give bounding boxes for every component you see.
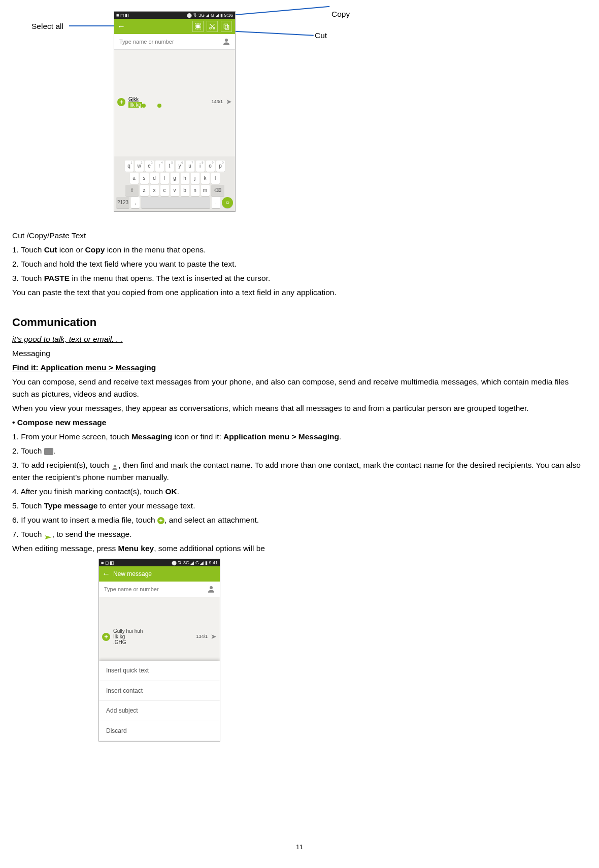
kbd-space[interactable] bbox=[141, 197, 210, 208]
add-contact-icon[interactable] bbox=[222, 37, 231, 46]
recipient-field-row bbox=[99, 582, 220, 597]
kbd-emoji[interactable]: ☺ bbox=[222, 197, 233, 208]
compose-step-1: 1. From your Home screen, touch Messagin… bbox=[12, 431, 587, 443]
message-input[interactable]: Gully hui huh Ilk kg .GHG bbox=[113, 628, 193, 645]
kbd-shift[interactable]: ⇧ bbox=[125, 185, 139, 196]
text: 2. Touch bbox=[12, 446, 44, 455]
status-right: ⬤ ⇅ 3G ◢ G ◢ ▮ 9:36 bbox=[187, 12, 233, 19]
send-icon[interactable]: ➤ bbox=[211, 631, 217, 642]
communication-tagline: it’s good to talk, text or email. . . bbox=[12, 333, 587, 345]
compose-step-7: 7. Touch , to send the message. bbox=[12, 528, 587, 540]
kbd-key[interactable]: a bbox=[130, 173, 139, 184]
svg-rect-5 bbox=[225, 25, 229, 29]
keyboard: q1w2e3r4t5y6u7i8o9p0 asdfghjkl ⇧zxcvbnm⌫… bbox=[114, 156, 235, 211]
back-icon[interactable]: ← bbox=[117, 20, 125, 33]
kbd-key[interactable]: n bbox=[191, 185, 199, 196]
kbd-key[interactable]: u7 bbox=[186, 160, 194, 172]
cut-copy-paste-title: Cut /Copy/Paste Text bbox=[12, 230, 587, 242]
text: . bbox=[339, 432, 341, 441]
status-bar: ■ ◻ ◧ ⬤ ⇅ 3G ◢ G ◢ ▮ 9:36 bbox=[114, 12, 235, 19]
kbd-backspace[interactable]: ⌫ bbox=[211, 185, 224, 196]
kbd-key[interactable]: x bbox=[150, 185, 159, 196]
status-left: ■ ◻ ◧ bbox=[101, 559, 114, 566]
kbd-comma[interactable]: , bbox=[131, 197, 140, 208]
text: 5. Touch bbox=[12, 501, 44, 510]
status-right: ⬤ ⇅ 3G ◢ G ◢ ▮ 9:41 bbox=[172, 559, 218, 566]
recipient-input[interactable] bbox=[103, 586, 207, 593]
messaging-paragraph-1: You can compose, send and receive text m… bbox=[12, 376, 587, 400]
text: . bbox=[177, 487, 179, 496]
text-bold: Messaging bbox=[131, 432, 172, 441]
kbd-key[interactable]: c bbox=[160, 185, 169, 196]
compose-step-5: 5. Touch Type message to enter your mess… bbox=[12, 500, 587, 512]
add-contact-icon[interactable] bbox=[207, 585, 216, 594]
text: icon or find it: bbox=[172, 432, 223, 441]
callout-cut: Cut bbox=[315, 29, 327, 42]
kbd-key[interactable]: b bbox=[181, 185, 189, 196]
kbd-key[interactable]: o9 bbox=[206, 160, 215, 172]
text: When editing message, press bbox=[12, 544, 118, 553]
cut-icon[interactable] bbox=[207, 21, 218, 32]
select-all-icon[interactable] bbox=[192, 21, 204, 32]
message-text-line: .GHG bbox=[113, 639, 126, 645]
messaging-subheading: Messaging bbox=[12, 347, 587, 360]
cursor-handle-left[interactable] bbox=[142, 104, 146, 108]
kbd-key[interactable]: g bbox=[171, 173, 179, 184]
char-count: 143/1 bbox=[211, 99, 223, 106]
kbd-key[interactable]: y6 bbox=[176, 160, 184, 172]
kbd-key[interactable]: q1 bbox=[125, 160, 134, 172]
attach-icon[interactable]: + bbox=[102, 633, 110, 641]
kbd-key[interactable]: p0 bbox=[216, 160, 225, 172]
options-menu-item[interactable]: Discard bbox=[99, 721, 220, 742]
text: 6. If you want to insert a media file, t… bbox=[12, 516, 157, 524]
compose-new-message-title: • Compose new message bbox=[12, 416, 587, 429]
kbd-key[interactable]: z bbox=[140, 185, 149, 196]
text: 4. After you finish marking contact(s), … bbox=[12, 487, 165, 496]
kbd-key[interactable]: f bbox=[160, 173, 169, 184]
messaging-paragraph-2: When you view your messages, they appear… bbox=[12, 402, 587, 414]
kbd-key[interactable]: w2 bbox=[135, 160, 144, 172]
kbd-key[interactable]: h bbox=[181, 173, 189, 184]
text: 7. Touch bbox=[12, 530, 44, 538]
cut-step-1: 1. Touch Cut icon or Copy icon in the me… bbox=[12, 244, 587, 256]
kbd-key[interactable]: e3 bbox=[145, 160, 154, 172]
recipient-input[interactable] bbox=[118, 38, 222, 45]
send-icon[interactable]: ➤ bbox=[226, 97, 232, 108]
kbd-key[interactable]: m bbox=[201, 185, 210, 196]
kbd-key[interactable]: d bbox=[150, 173, 159, 184]
text: 3. Touch bbox=[12, 274, 44, 282]
callout-line-copy bbox=[224, 6, 329, 16]
message-input[interactable]: Gjkk Ilk kg bbox=[128, 97, 161, 108]
kbd-sym[interactable]: ?123 bbox=[116, 197, 129, 208]
screenshot-new-message-menu: ■ ◻ ◧ ⬤ ⇅ 3G ◢ G ◢ ▮ 9:41 ← New message … bbox=[98, 559, 220, 742]
kbd-key[interactable]: i8 bbox=[196, 160, 205, 172]
kbd-key[interactable]: j bbox=[191, 173, 199, 184]
copy-icon[interactable] bbox=[221, 21, 232, 32]
contact-icon bbox=[111, 462, 118, 469]
page-number: 11 bbox=[12, 843, 587, 852]
options-menu-item[interactable]: Insert contact bbox=[99, 681, 220, 701]
options-menu-item[interactable]: Insert quick text bbox=[99, 661, 220, 681]
attach-icon[interactable]: + bbox=[117, 98, 125, 106]
kbd-key[interactable]: k bbox=[201, 173, 210, 184]
kbd-key[interactable]: l bbox=[211, 173, 220, 184]
cursor-handle-right[interactable] bbox=[157, 104, 161, 108]
messaging-icon bbox=[44, 448, 53, 455]
text-bold: Cut bbox=[44, 245, 57, 254]
back-icon[interactable]: ← bbox=[102, 568, 110, 581]
text-bold: OK bbox=[165, 487, 177, 496]
kbd-period[interactable]: . bbox=[212, 197, 220, 208]
text-bold: PASTE bbox=[44, 274, 70, 282]
status-bar: ■ ◻ ◧ ⬤ ⇅ 3G ◢ G ◢ ▮ 9:41 bbox=[99, 559, 220, 566]
compose-step-6: 6. If you want to insert a media file, t… bbox=[12, 514, 587, 526]
kbd-key[interactable]: t5 bbox=[165, 160, 174, 172]
text: 1. From your Home screen, touch bbox=[12, 432, 131, 441]
kbd-key[interactable]: s bbox=[140, 173, 149, 184]
options-menu-item[interactable]: Add subject bbox=[99, 701, 220, 721]
text: , and select an attachment. bbox=[164, 516, 259, 524]
text: , some additional options will be bbox=[154, 544, 265, 553]
kbd-key[interactable]: r4 bbox=[155, 160, 164, 172]
selection-action-bar: ← bbox=[114, 19, 235, 34]
kbd-key[interactable]: v bbox=[171, 185, 179, 196]
compose-step-2: 2. Touch . bbox=[12, 445, 587, 457]
